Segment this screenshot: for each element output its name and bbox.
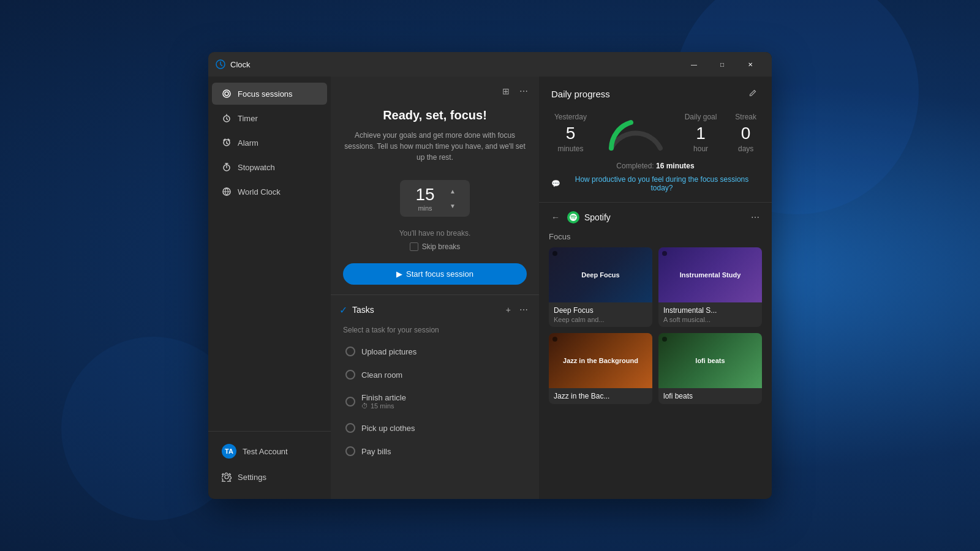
start-focus-session-button[interactable]: ▶ Start focus session [343, 263, 527, 285]
timer-icon [222, 113, 232, 123]
task-item[interactable]: Upload pictures [339, 340, 530, 362]
task-radio[interactable] [345, 423, 355, 433]
music-card[interactable]: Jazz in the BackgroundJazz in the Bac... [549, 333, 652, 404]
task-radio[interactable] [345, 397, 355, 407]
music-album-title: lofi beats [693, 354, 727, 367]
time-controls: ▲ ▼ [445, 185, 460, 212]
time-display: 15 mins [410, 185, 440, 212]
window-controls: — □ ✕ [680, 52, 764, 77]
close-button[interactable]: ✕ [736, 52, 764, 77]
focus-subtitle: Achieve your goals and get more done wit… [343, 130, 527, 163]
sidebar-item-stopwatch[interactable]: Stopwatch [212, 156, 327, 178]
streak-value: 0 [735, 124, 756, 143]
task-item[interactable]: Finish article⏱15 mins [339, 387, 530, 416]
title-bar: Clock — □ ✕ [208, 52, 772, 77]
tasks-header: ✓ Tasks + ⋯ [339, 302, 530, 317]
music-thumbnail: Deep Focus [549, 247, 652, 302]
task-text-wrap: Pay bills [361, 447, 391, 456]
task-radio[interactable] [345, 446, 355, 456]
daily-goal-label: Daily goal [685, 113, 717, 121]
task-item[interactable]: Pay bills [339, 440, 530, 462]
more-options-button[interactable]: ⋯ [517, 84, 530, 99]
music-card[interactable]: lofi beatslofi beats [658, 333, 762, 404]
music-album-title: Jazz in the Background [560, 354, 641, 367]
tasks-more-button[interactable]: ⋯ [517, 302, 530, 317]
task-list: Upload picturesClean roomFinish article⏱… [339, 340, 530, 462]
music-dot [662, 337, 667, 342]
music-name: lofi beats [663, 392, 757, 400]
yesterday-unit: minutes [554, 144, 587, 153]
sidebar-item-world-clock[interactable]: World Clock [212, 181, 327, 203]
task-text: Upload pictures [361, 347, 417, 356]
sidebar-alarm-label: Alarm [238, 138, 258, 148]
spotify-section: ← Spotify ⋯ Focus Deep FocusDeep FocusKe… [539, 203, 772, 499]
skip-breaks-checkbox[interactable] [410, 242, 418, 251]
time-down-button[interactable]: ▼ [445, 200, 460, 212]
music-card[interactable]: Deep FocusDeep FocusKeep calm and... [549, 247, 652, 327]
grid-view-button[interactable]: ⊞ [500, 84, 512, 99]
skip-breaks-label: Skip breaks [422, 242, 461, 251]
minimize-button[interactable]: — [680, 52, 708, 77]
task-text: Pick up clothes [361, 424, 415, 433]
tasks-section: ✓ Tasks + ⋯ Select a task for your sessi… [331, 294, 539, 471]
spotify-name: Spotify [584, 212, 611, 222]
app-body: Focus sessions Timer Alarm [208, 77, 772, 499]
sidebar: Focus sessions Timer Alarm [208, 77, 331, 499]
content-area: ⊞ ⋯ Ready, set, focus! Achieve your goal… [331, 77, 772, 499]
music-thumbnail: lofi beats [658, 333, 762, 388]
tasks-title-row: ✓ Tasks [339, 304, 374, 316]
spotify-back-button[interactable]: ← [549, 210, 562, 225]
streak-label: Streak [735, 113, 756, 121]
time-up-button[interactable]: ▲ [445, 185, 460, 197]
music-info: Instrumental S...A soft musical... [658, 302, 762, 327]
maximize-button[interactable]: □ [708, 52, 736, 77]
task-item[interactable]: Pick up clothes [339, 417, 530, 439]
focus-header-icons: ⊞ ⋯ [500, 84, 530, 99]
alarm-icon [222, 138, 232, 148]
daily-goal-value: 1 [685, 124, 717, 143]
focus-sessions-icon [222, 89, 232, 99]
avatar: TA [222, 444, 236, 459]
task-text-wrap: Pick up clothes [361, 424, 415, 433]
task-radio[interactable] [345, 370, 355, 380]
music-name: Deep Focus [554, 306, 647, 315]
productive-link[interactable]: 💬 How productive do you feel during the … [551, 175, 760, 192]
task-text: Finish article [361, 393, 406, 402]
music-dot [552, 251, 557, 256]
music-info: lofi beats [658, 388, 762, 404]
task-text: Pay bills [361, 447, 391, 456]
daily-goal-stat: Daily goal 1 hour [685, 113, 717, 153]
yesterday-label: Yesterday [554, 113, 587, 121]
spotify-more-button[interactable]: ⋯ [748, 210, 762, 225]
task-select-text: Select a task for your session [339, 323, 530, 337]
settings-label: Settings [238, 473, 266, 482]
focus-panel: ⊞ ⋯ Ready, set, focus! Achieve your goal… [331, 77, 539, 499]
time-value: 15 [410, 185, 440, 204]
music-card[interactable]: Instrumental StudyInstrumental S...A sof… [658, 247, 762, 327]
task-item[interactable]: Clean room [339, 364, 530, 386]
feedback-icon: 💬 [551, 179, 560, 188]
svg-point-2 [225, 92, 228, 96]
tasks-title: Tasks [352, 305, 374, 315]
task-radio[interactable] [345, 347, 355, 356]
time-picker: 15 mins ▲ ▼ [331, 175, 539, 222]
sidebar-item-timer[interactable]: Timer [212, 107, 327, 129]
svg-point-1 [223, 90, 230, 97]
tasks-check-icon: ✓ [339, 304, 347, 316]
sidebar-item-alarm[interactable]: Alarm [212, 132, 327, 154]
task-text-wrap: Clean room [361, 370, 402, 380]
sidebar-bottom: TA Test Account Settings [208, 431, 331, 494]
sidebar-item-settings[interactable]: Settings [212, 466, 327, 488]
music-name: Instrumental S... [663, 306, 757, 315]
sidebar-item-focus-sessions[interactable]: Focus sessions [212, 83, 327, 105]
user-account-item[interactable]: TA Test Account [212, 438, 327, 465]
play-icon: ▶ [396, 269, 402, 279]
sidebar-focus-label: Focus sessions [238, 89, 293, 99]
progress-arc [605, 111, 666, 154]
sidebar-world-clock-label: World Clock [238, 187, 281, 197]
add-task-button[interactable]: + [503, 302, 513, 317]
completed-text: Completed: 16 minutes [551, 162, 760, 170]
music-album-title: Instrumental Study [677, 269, 744, 281]
task-text-wrap: Upload pictures [361, 347, 417, 356]
edit-progress-button[interactable] [746, 86, 760, 102]
